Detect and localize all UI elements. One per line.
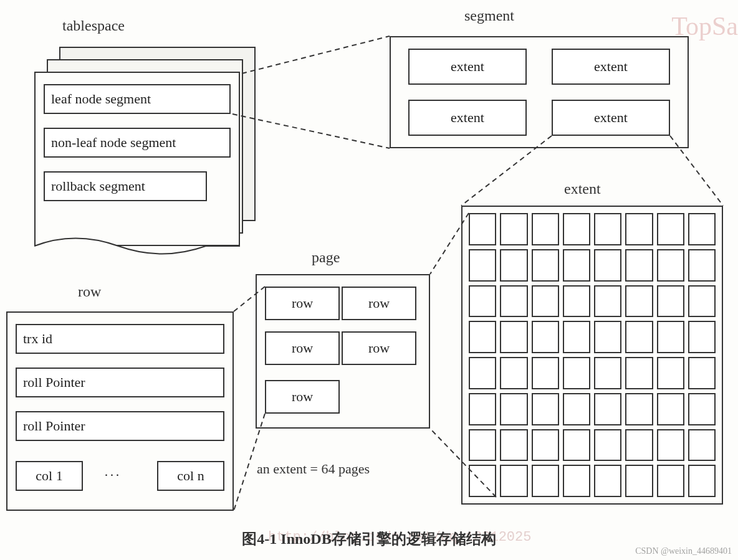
figure-caption: 图4-1 InnoDB存储引擎的逻辑存储结构	[0, 529, 738, 549]
extent-page-cell	[563, 465, 590, 497]
extent-page-cell	[625, 357, 653, 389]
extent-page-cell	[594, 321, 621, 353]
tablespace-item-1: non-leaf node segment	[44, 128, 231, 158]
extent-page-cell	[500, 321, 527, 353]
extent-page-cell	[563, 213, 590, 245]
extent-page-cell	[532, 393, 559, 425]
extent-page-cell	[469, 321, 496, 353]
extent-page-cell	[688, 321, 716, 353]
svg-line-1	[232, 114, 390, 148]
extent-page-cell	[688, 357, 716, 389]
extent-page-cell	[594, 285, 621, 318]
segment-extent-3: extent	[552, 100, 670, 136]
extent-page-cell	[688, 429, 716, 462]
extent-page-cell	[500, 357, 527, 389]
extent-page-cell	[563, 357, 590, 389]
extent-page-cell	[657, 357, 684, 389]
tablespace-item-0: leaf node segment	[44, 84, 231, 114]
segment-extent-0: extent	[408, 49, 527, 85]
extent-page-cell	[469, 465, 496, 497]
extent-page-cell	[625, 429, 653, 462]
extent-page-cell	[594, 465, 621, 497]
extent-page-cell	[469, 357, 496, 389]
extent-page-cell	[532, 249, 559, 282]
row-field-1: roll Pointer	[16, 368, 224, 397]
extent-page-cell	[657, 393, 684, 425]
extent-page-cell	[657, 249, 684, 282]
row-col-n: col n	[157, 461, 224, 491]
extent-page-cell	[688, 249, 716, 282]
extent-page-cell	[688, 393, 716, 425]
extent-page-cell	[625, 465, 653, 497]
extent-page-cell	[469, 285, 496, 318]
page-row-2: row	[265, 331, 340, 365]
extent-grid	[469, 213, 716, 497]
extent-page-cell	[594, 213, 621, 245]
extent-page-cell	[500, 213, 527, 245]
extent-page-cell	[532, 465, 559, 497]
row-field-0: trx id	[16, 324, 224, 354]
extent-page-cell	[532, 213, 559, 245]
extent-page-cell	[625, 393, 653, 425]
extent-page-cell	[563, 393, 590, 425]
extent-page-cell	[625, 321, 653, 353]
extent-page-cell	[563, 249, 590, 282]
segment-extent-1: extent	[552, 49, 670, 85]
extent-page-cell	[532, 357, 559, 389]
extent-page-cell	[500, 285, 527, 318]
extent-page-cell	[688, 213, 716, 245]
extent-page-cell	[688, 465, 716, 497]
extent-page-cell	[469, 249, 496, 282]
extent-page-cell	[532, 285, 559, 318]
tablespace-item-2: rollback segment	[44, 171, 207, 201]
extent-page-cell	[625, 213, 653, 245]
extent-page-cell	[500, 429, 527, 462]
extent-page-cell	[500, 465, 527, 497]
segment-label: segment	[464, 7, 514, 24]
extent-page-cell	[657, 285, 684, 318]
extent-page-cell	[594, 249, 621, 282]
extent-page-cell	[532, 429, 559, 462]
extent-page-cell	[563, 429, 590, 462]
page-row-1: row	[342, 287, 416, 320]
extent-page-cell	[657, 321, 684, 353]
extent-page-cell	[594, 357, 621, 389]
extent-label: extent	[564, 181, 601, 197]
page-label: page	[312, 249, 340, 266]
page-row-4: row	[265, 380, 340, 414]
page-row-0: row	[265, 287, 340, 320]
row-label: row	[78, 283, 101, 300]
extent-page-cell	[625, 249, 653, 282]
svg-line-0	[242, 36, 390, 74]
extent-page-cell	[657, 465, 684, 497]
tablespace-label: tablespace	[62, 17, 125, 34]
extent-page-cell	[657, 213, 684, 245]
page-row-3: row	[342, 331, 416, 365]
extent-page-cell	[469, 213, 496, 245]
extent-page-cell	[688, 285, 716, 318]
extent-page-cell	[657, 429, 684, 462]
extent-page-cell	[500, 249, 527, 282]
extent-page-cell	[563, 321, 590, 353]
extent-page-cell	[532, 321, 559, 353]
segment-extent-2: extent	[408, 100, 527, 136]
extent-page-cell	[500, 393, 527, 425]
extent-page-cell	[469, 393, 496, 425]
extent-page-cell	[594, 393, 621, 425]
extent-note: an extent = 64 pages	[257, 461, 370, 477]
row-col-0: col 1	[16, 461, 83, 491]
row-ellipsis: ···	[105, 468, 122, 483]
extent-page-cell	[594, 429, 621, 462]
extent-page-cell	[625, 285, 653, 318]
extent-page-cell	[469, 429, 496, 462]
row-field-2: roll Pointer	[16, 411, 224, 441]
extent-page-cell	[563, 285, 590, 318]
